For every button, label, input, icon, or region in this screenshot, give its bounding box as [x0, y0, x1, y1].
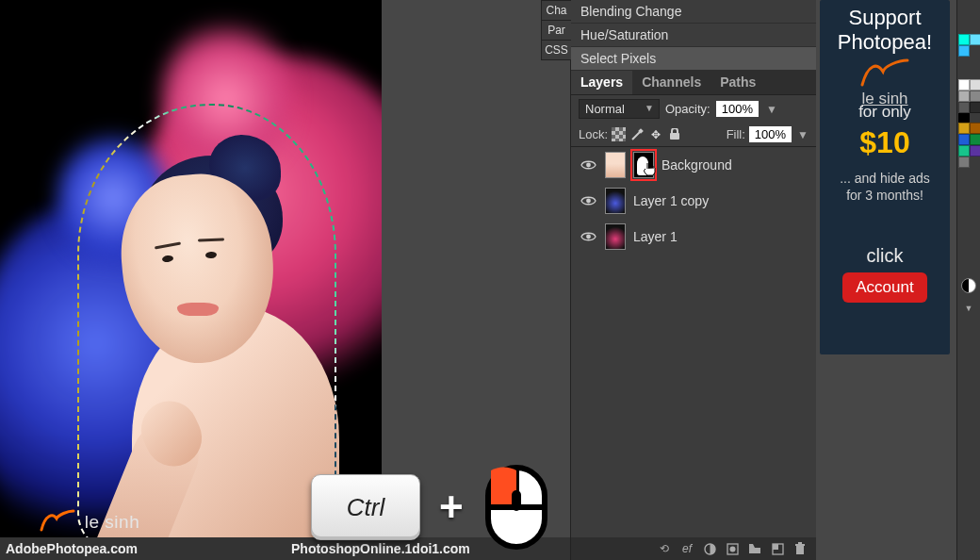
- color-swatch[interactable]: [958, 156, 970, 168]
- color-swatch[interactable]: [958, 34, 970, 45]
- layers-panel-footer: ⟲ ef: [571, 537, 816, 560]
- layer-mask-thumbnail[interactable]: [633, 152, 654, 178]
- menu-hue-saturation[interactable]: Hue/Saturation: [571, 24, 816, 47]
- lock-fill-row: Lock: ✥ Fill: 100% ▼: [571, 123, 816, 147]
- svg-rect-11: [796, 546, 804, 554]
- mouse-icon: [482, 462, 550, 552]
- key-ctrl: Ctrl: [311, 474, 420, 540]
- promo-logo: le sinh: [820, 57, 950, 108]
- color-swatch[interactable]: [970, 123, 980, 134]
- lock-brush-icon[interactable]: [629, 127, 645, 142]
- panel-tabs: Layers Channels Paths: [571, 71, 816, 95]
- subject-figure: [75, 156, 320, 560]
- visibility-eye-icon[interactable]: [579, 229, 597, 245]
- color-swatch[interactable]: [970, 134, 980, 145]
- color-swatch[interactable]: [970, 91, 980, 102]
- svg-rect-13: [798, 542, 802, 544]
- layer-thumbnail[interactable]: [605, 188, 626, 214]
- link-layers-icon[interactable]: ⟲: [658, 542, 671, 555]
- svg-point-4: [586, 162, 591, 167]
- svg-point-6: [586, 234, 591, 239]
- promo-account-button[interactable]: Account: [842, 272, 926, 303]
- svg-rect-1: [512, 490, 521, 511]
- layer-row[interactable]: Layer 1 copy: [571, 183, 816, 219]
- layer-thumbnail[interactable]: [605, 223, 626, 250]
- visibility-eye-icon[interactable]: [579, 193, 597, 209]
- promo-note: ... and hide adsfor 3 months!: [825, 170, 944, 204]
- side-tab-cha[interactable]: Cha: [541, 0, 571, 21]
- color-swatch[interactable]: [958, 123, 970, 134]
- promo-price: $10: [825, 125, 944, 160]
- opacity-menu-icon[interactable]: ▼: [766, 103, 777, 116]
- chevron-down-icon[interactable]: ▼: [957, 304, 980, 313]
- fill-value[interactable]: 100%: [749, 126, 792, 142]
- opacity-value[interactable]: 100%: [716, 101, 759, 117]
- promo-click-label: click: [825, 245, 944, 267]
- svg-point-9: [729, 546, 735, 552]
- svg-rect-12: [795, 544, 805, 546]
- watermark-text: le sinh: [85, 512, 139, 532]
- layers-panel: Cha Par CSS Blending Change Hue/Saturati…: [570, 0, 816, 560]
- fill-label: Fill:: [727, 127, 745, 141]
- color-swatch[interactable]: [958, 134, 970, 145]
- layer-name[interactable]: Layer 1 copy: [633, 193, 709, 208]
- adjustment-layer-icon[interactable]: [703, 542, 716, 555]
- color-swatch[interactable]: [958, 145, 970, 156]
- layer-row[interactable]: Layer 1: [571, 219, 816, 255]
- promo-title: SupportPhotopea!: [825, 6, 944, 56]
- new-layer-icon[interactable]: [771, 542, 784, 555]
- layer-name[interactable]: Background: [662, 157, 732, 173]
- svg-rect-3: [670, 133, 679, 140]
- color-swatch[interactable]: [958, 45, 970, 57]
- new-group-icon[interactable]: [748, 542, 761, 555]
- color-swatch[interactable]: [958, 91, 970, 102]
- svg-point-5: [586, 198, 591, 203]
- lock-label: Lock:: [579, 127, 608, 141]
- lock-transparency-icon[interactable]: [612, 127, 626, 141]
- layer-name[interactable]: Layer 1: [633, 229, 678, 244]
- promo-box: SupportPhotopea! le sinh for only $10 ..…: [820, 0, 950, 354]
- blend-mode-select[interactable]: Normal: [579, 99, 660, 119]
- menu-blending-change[interactable]: Blending Change: [571, 0, 816, 24]
- lock-move-icon[interactable]: ✥: [648, 127, 663, 142]
- color-swatch[interactable]: [970, 145, 980, 156]
- footer-left: AdobePhotopea.com: [0, 541, 138, 556]
- layers-list: Background Layer 1 copy Layer 1: [571, 147, 816, 255]
- swatches-strip: ▼: [956, 0, 980, 560]
- lock-all-icon[interactable]: [667, 127, 682, 142]
- tab-channels[interactable]: Channels: [632, 71, 710, 94]
- color-swatch[interactable]: [970, 34, 980, 45]
- side-tab-par[interactable]: Par: [541, 20, 571, 41]
- delete-layer-icon[interactable]: [793, 542, 807, 555]
- foreground-background-swatch-icon[interactable]: [961, 278, 976, 293]
- side-tabs: Cha Par CSS: [541, 0, 571, 59]
- fill-menu-icon[interactable]: ▼: [797, 128, 808, 141]
- layer-row[interactable]: Background: [571, 147, 816, 183]
- shortcut-hint: Ctrl +: [311, 462, 550, 552]
- layer-effects-icon[interactable]: ef: [680, 542, 694, 555]
- visibility-eye-icon[interactable]: [579, 157, 597, 173]
- tab-paths[interactable]: Paths: [710, 71, 765, 94]
- color-swatch[interactable]: [958, 79, 970, 91]
- blend-opacity-row: Normal Opacity: 100% ▼: [571, 95, 816, 123]
- color-swatch[interactable]: [970, 79, 980, 91]
- layer-thumbnail[interactable]: [605, 152, 626, 178]
- add-mask-icon[interactable]: [726, 542, 739, 555]
- opacity-label: Opacity:: [665, 102, 710, 116]
- color-swatch[interactable]: [970, 102, 980, 113]
- color-swatch[interactable]: [958, 102, 970, 113]
- side-tab-css[interactable]: CSS: [541, 40, 571, 60]
- watermark-logo: le sinh: [40, 507, 139, 534]
- promo-brand: le sinh: [820, 90, 950, 108]
- context-menu: Blending Change Hue/Saturation Select Pi…: [571, 0, 816, 71]
- menu-select-pixels[interactable]: Select Pixels: [571, 47, 816, 71]
- plus-icon: +: [439, 484, 464, 531]
- tab-layers[interactable]: Layers: [571, 71, 632, 94]
